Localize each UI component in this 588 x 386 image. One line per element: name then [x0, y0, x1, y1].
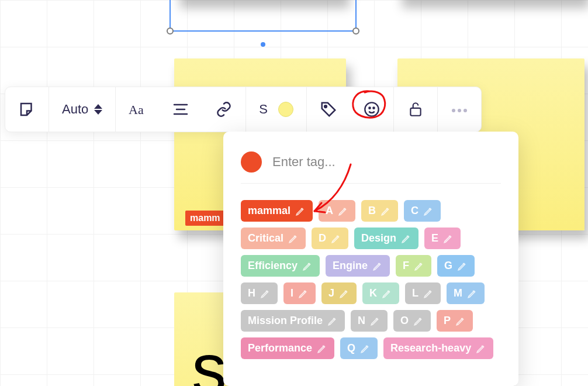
tag-chip-label: Q	[347, 342, 355, 354]
emoji-icon	[363, 101, 381, 118]
text-style-icon: Aa	[129, 101, 146, 118]
tag-chip-label: Critical	[248, 232, 283, 244]
edit-icon[interactable]	[288, 233, 299, 244]
selection-rotate-handle[interactable]	[261, 42, 265, 47]
edit-icon[interactable]	[302, 261, 313, 271]
tag-chip[interactable]: I	[283, 282, 316, 304]
tag-chip-label: H	[248, 287, 255, 299]
tag-chip[interactable]: K	[362, 282, 399, 304]
edit-icon[interactable]	[381, 206, 391, 216]
tag-chip[interactable]: F	[396, 255, 431, 277]
color-swatch[interactable]	[278, 102, 293, 117]
tag-chip[interactable]: mammal	[241, 200, 313, 222]
selection-handle[interactable]	[352, 27, 359, 35]
tag-input[interactable]	[272, 154, 501, 170]
edit-icon[interactable]	[414, 261, 424, 271]
svg-text:Aa: Aa	[129, 102, 144, 117]
tag-chip[interactable]: E	[424, 228, 461, 249]
svg-point-7	[373, 108, 374, 109]
link-button[interactable]	[202, 87, 246, 132]
sticky-note-icon	[18, 101, 36, 118]
lock-button[interactable]	[394, 87, 438, 132]
edit-icon[interactable]	[443, 233, 454, 244]
size-auto-button[interactable]: Auto	[49, 87, 116, 132]
tag-chip[interactable]: Q	[340, 337, 378, 359]
edit-icon[interactable]	[370, 316, 381, 326]
emoji-button[interactable]	[350, 87, 394, 132]
tag-chip[interactable]: N	[351, 310, 388, 332]
unlock-icon	[407, 101, 424, 118]
edit-icon[interactable]	[327, 316, 338, 326]
selection-box[interactable]	[170, 0, 357, 32]
tag-chip-label: K	[369, 287, 377, 299]
align-center-icon	[172, 101, 189, 118]
tag-chip[interactable]: Engine	[326, 255, 390, 277]
edit-icon[interactable]	[423, 206, 434, 216]
tag-chip-label: B	[368, 205, 376, 217]
more-icon	[451, 104, 468, 115]
tag-chip-label: Engine	[333, 260, 368, 272]
sticky-note-text: s	[192, 329, 227, 386]
edit-icon[interactable]	[401, 233, 411, 244]
tag-chip-label: I	[290, 287, 293, 299]
tag-chip-label: C	[411, 205, 418, 217]
edit-icon[interactable]	[298, 288, 309, 299]
tag-chip-label: E	[431, 232, 438, 244]
tag-chip[interactable]: Research-heavy	[383, 337, 493, 359]
note-tag-chip[interactable]: mamm	[185, 211, 225, 226]
tag-chip[interactable]: Efficiency	[241, 255, 320, 277]
tag-chip[interactable]: H	[241, 282, 278, 304]
tag-chip[interactable]: Mission Profile	[241, 310, 345, 332]
tag-chip[interactable]: L	[405, 282, 441, 304]
size-stepper[interactable]	[94, 104, 102, 115]
tag-chip[interactable]: B	[361, 200, 398, 222]
svg-point-4	[324, 105, 327, 108]
stepper-down-icon[interactable]	[94, 110, 102, 115]
edit-icon[interactable]	[382, 288, 392, 299]
tag-chip-label: J	[328, 287, 334, 299]
tag-list: mammalABCCriticalDDesignEEfficiencyEngin…	[241, 184, 501, 359]
tag-chip[interactable]: A	[319, 200, 355, 222]
edit-icon[interactable]	[423, 288, 434, 299]
color-button[interactable]: S	[246, 87, 307, 132]
tag-chip[interactable]: C	[404, 200, 441, 222]
tag-chip[interactable]: Design	[354, 228, 418, 249]
edit-icon[interactable]	[331, 233, 341, 244]
tag-chip[interactable]: D	[312, 228, 348, 249]
edit-icon[interactable]	[467, 288, 478, 299]
tag-popover: mammalABCCriticalDDesignEEfficiencyEngin…	[223, 132, 518, 386]
edit-icon[interactable]	[457, 261, 468, 271]
tag-chip-label: O	[400, 315, 409, 327]
edit-icon[interactable]	[455, 316, 466, 326]
align-button[interactable]	[159, 87, 202, 132]
edit-icon[interactable]	[413, 316, 424, 326]
tag-chip[interactable]: P	[437, 310, 473, 332]
tag-chip[interactable]: Critical	[241, 228, 306, 249]
edit-icon[interactable]	[360, 343, 371, 354]
more-button[interactable]	[438, 87, 481, 132]
tag-chip-label: N	[358, 315, 365, 327]
edit-icon[interactable]	[317, 343, 327, 354]
edit-icon[interactable]	[295, 206, 306, 216]
tag-chip-label: G	[444, 260, 452, 272]
tag-button[interactable]	[307, 87, 350, 132]
stepper-up-icon[interactable]	[94, 104, 102, 109]
tag-chip[interactable]: M	[447, 282, 485, 304]
edit-icon[interactable]	[260, 288, 271, 299]
tag-chip[interactable]: Performance	[241, 337, 334, 359]
tag-chip-label: D	[319, 232, 326, 244]
tag-color-dot[interactable]	[241, 151, 262, 173]
tag-chip[interactable]: J	[321, 282, 357, 304]
edit-icon[interactable]	[339, 288, 350, 299]
svg-point-5	[365, 102, 378, 116]
tag-chip[interactable]: O	[393, 310, 431, 332]
svg-rect-8	[410, 108, 420, 116]
tag-chip[interactable]: G	[437, 255, 475, 277]
selection-handle[interactable]	[167, 27, 174, 35]
edit-icon[interactable]	[372, 261, 383, 271]
tag-chip-label: Efficiency	[248, 260, 298, 272]
note-style-button[interactable]	[5, 87, 49, 132]
edit-icon[interactable]	[476, 343, 486, 354]
edit-icon[interactable]	[338, 206, 348, 216]
font-button[interactable]: Aa	[116, 87, 159, 132]
